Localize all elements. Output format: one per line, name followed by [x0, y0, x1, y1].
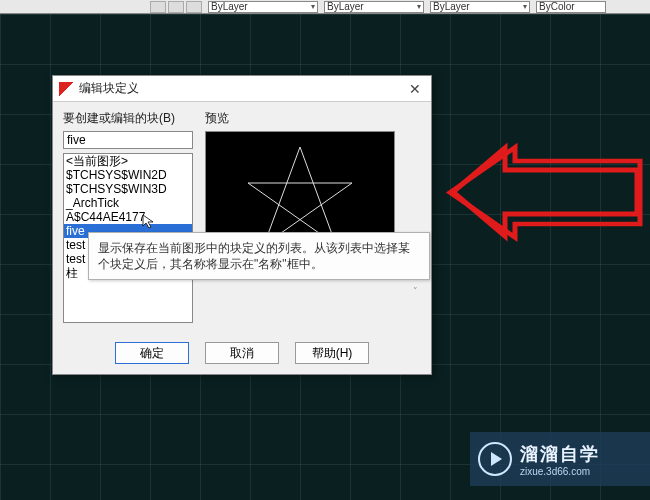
toolbar-icon[interactable]: [186, 1, 202, 13]
top-toolbar: ByLayer ▾ ByLayer ▾ ByLayer ▾ ByColor: [0, 0, 650, 14]
dialog-title: 编辑块定义: [79, 80, 139, 97]
layer-dropdown[interactable]: ByLayer ▾: [208, 1, 318, 13]
cancel-button[interactable]: 取消: [205, 342, 279, 364]
dropdown-value: ByLayer: [433, 1, 470, 12]
lineweight-dropdown[interactable]: ByLayer ▾: [430, 1, 530, 13]
dropdown-value: ByLayer: [211, 1, 248, 12]
chevron-down-icon: ▾: [311, 2, 315, 11]
close-icon[interactable]: ✕: [405, 81, 425, 97]
play-icon: [478, 442, 512, 476]
dropdown-value: ByColor: [539, 1, 575, 12]
chevron-down-icon: ▾: [523, 2, 527, 11]
list-tooltip: 显示保存在当前图形中的块定义的列表。从该列表中选择某个块定义后，其名称将显示在"…: [88, 232, 430, 280]
dialog-body: 要创建或编辑的块(B) <当前图形>$TCHSYS$WIN2D$TCHSYS$W…: [53, 102, 431, 336]
list-item[interactable]: <当前图形>: [64, 154, 192, 168]
watermark-text: 溜溜自学 zixue.3d66.com: [520, 442, 600, 477]
ok-button[interactable]: 确定: [115, 342, 189, 364]
preview-label: 预览: [205, 110, 421, 127]
list-item[interactable]: $TCHSYS$WIN2D: [64, 168, 192, 182]
block-name-label: 要创建或编辑的块(B): [63, 110, 193, 127]
chevron-down-icon: ▾: [417, 2, 421, 11]
preview-column: 预览 ˄ ˅: [205, 110, 421, 328]
toolbar-icon[interactable]: [168, 1, 184, 13]
list-item[interactable]: A$C44AE4177: [64, 210, 192, 224]
watermark-brand: 溜溜自学: [520, 442, 600, 466]
linetype-dropdown[interactable]: ByLayer ▾: [324, 1, 424, 13]
color-dropdown[interactable]: ByColor: [536, 1, 606, 13]
watermark-url: zixue.3d66.com: [520, 466, 600, 477]
block-selection-column: 要创建或编辑的块(B) <当前图形>$TCHSYS$WIN2D$TCHSYS$W…: [63, 110, 193, 328]
list-item[interactable]: _ArchTick: [64, 196, 192, 210]
help-button[interactable]: 帮助(H): [295, 342, 369, 364]
dialog-button-row: 确定 取消 帮助(H): [53, 342, 431, 364]
list-item[interactable]: $TCHSYS$WIN3D: [64, 182, 192, 196]
app-icon: [59, 82, 73, 96]
svg-marker-0: [248, 147, 352, 245]
watermark: 溜溜自学 zixue.3d66.com: [470, 432, 650, 486]
block-name-input[interactable]: [63, 131, 193, 149]
dialog-titlebar[interactable]: 编辑块定义 ✕: [53, 76, 431, 102]
edit-block-definition-dialog: 编辑块定义 ✕ 要创建或编辑的块(B) <当前图形>$TCHSYS$WIN2D$…: [52, 75, 432, 375]
scroll-down-icon[interactable]: ˅: [413, 286, 418, 296]
toolbar-icon[interactable]: [150, 1, 166, 13]
dropdown-value: ByLayer: [327, 1, 364, 12]
